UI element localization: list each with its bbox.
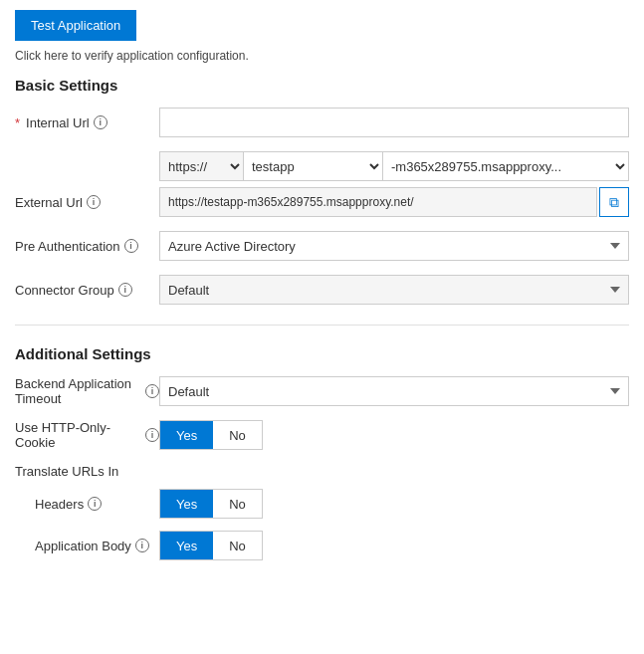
internal-url-label: * Internal Url i xyxy=(15,115,159,130)
section-divider xyxy=(15,325,629,326)
http-cookie-toggle: Yes No xyxy=(159,420,629,450)
subtitle-text: Click here to verify application configu… xyxy=(15,49,629,63)
translate-urls-title: Translate URLs In xyxy=(15,464,629,479)
headers-no-button[interactable]: No xyxy=(213,490,262,518)
required-indicator: * xyxy=(15,115,20,130)
internal-url-input[interactable] xyxy=(159,108,629,137)
pre-auth-control: Azure Active Directory Passthrough xyxy=(159,231,629,261)
external-url-row: External Url i https://testapp-m365x2897… xyxy=(15,187,629,217)
pre-authentication-row: Pre Authentication i Azure Active Direct… xyxy=(15,231,629,261)
http-cookie-label: Use HTTP-Only-Cookie i xyxy=(15,420,159,450)
headers-toggle-group: Yes No xyxy=(159,489,263,519)
connector-group-control: Default xyxy=(159,275,629,305)
http-cookie-toggle-group: Yes No xyxy=(159,420,263,450)
backend-timeout-control: Default Long xyxy=(159,376,629,406)
connector-group-label: Connector Group i xyxy=(15,283,159,298)
test-application-button[interactable]: Test Application xyxy=(15,10,136,41)
translate-headers-row: Headers i Yes No xyxy=(35,489,629,519)
backend-timeout-info-icon[interactable]: i xyxy=(145,384,159,398)
external-url-value: https://testapp-m365x289755.msappproxy.n… xyxy=(159,187,597,217)
backend-timeout-label: Backend Application Timeout i xyxy=(15,376,159,406)
connector-group-select[interactable]: Default xyxy=(159,275,629,305)
translate-app-body-row: Application Body i Yes No xyxy=(35,531,629,560)
additional-settings-title: Additional Settings xyxy=(15,345,629,362)
http-cookie-no-button[interactable]: No xyxy=(213,421,262,449)
app-body-no-button[interactable]: No xyxy=(213,532,262,559)
app-body-info-icon[interactable]: i xyxy=(135,539,149,552)
external-url-selects: https:// http:// testapp -m365x289755.ms… xyxy=(159,151,629,181)
internal-url-row: * Internal Url i xyxy=(15,108,629,137)
pre-auth-select[interactable]: Azure Active Directory Passthrough xyxy=(159,231,629,261)
scheme-select[interactable]: https:// http:// xyxy=(159,151,244,181)
backend-timeout-select[interactable]: Default Long xyxy=(159,376,629,406)
translate-urls-section: Translate URLs In Headers i Yes No Appli… xyxy=(15,464,629,560)
connector-group-row: Connector Group i Default xyxy=(15,275,629,305)
translate-headers-label: Headers i xyxy=(35,497,159,512)
internal-url-info-icon[interactable]: i xyxy=(94,115,107,129)
pre-auth-info-icon[interactable]: i xyxy=(124,239,138,253)
pre-auth-label: Pre Authentication i xyxy=(15,239,159,254)
copy-url-button[interactable]: ⧉ xyxy=(599,187,629,217)
app-body-yes-button[interactable]: Yes xyxy=(160,532,213,559)
connector-group-info-icon[interactable]: i xyxy=(118,283,132,297)
app-body-toggle-group: Yes No xyxy=(159,531,263,560)
external-url-info-icon[interactable]: i xyxy=(87,195,101,209)
headers-yes-button[interactable]: Yes xyxy=(160,490,213,518)
external-url-display-wrap: https://testapp-m365x289755.msappproxy.n… xyxy=(159,187,629,217)
external-url-label: External Url i xyxy=(15,195,159,210)
http-cookie-yes-button[interactable]: Yes xyxy=(160,421,213,449)
backend-timeout-row: Backend Application Timeout i Default Lo… xyxy=(15,376,629,406)
subdomain-select[interactable]: testapp xyxy=(244,151,383,181)
headers-info-icon[interactable]: i xyxy=(88,497,102,511)
internal-url-control xyxy=(159,108,629,137)
translate-app-body-label: Application Body i xyxy=(35,539,159,553)
http-cookie-row: Use HTTP-Only-Cookie i Yes No xyxy=(15,420,629,450)
domain-select[interactable]: -m365x289755.msappproxy... xyxy=(383,151,629,181)
http-cookie-info-icon[interactable]: i xyxy=(145,428,159,442)
basic-settings-title: Basic Settings xyxy=(15,77,629,94)
